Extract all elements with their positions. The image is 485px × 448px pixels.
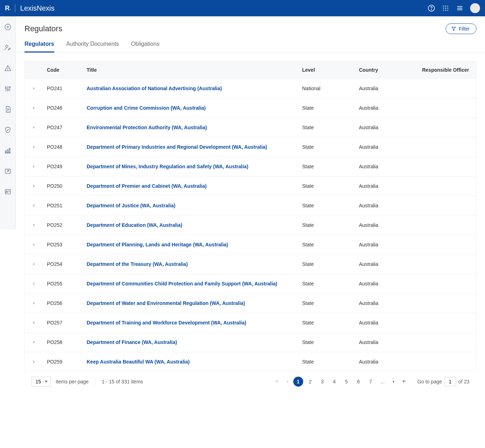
cell-country: Australia [359,339,416,345]
svg-point-17 [6,45,8,47]
logo-separator [15,4,15,12]
svg-point-23 [7,89,9,91]
expand-row-icon[interactable] [32,320,36,326]
brand-name: LexisNexis [20,4,55,12]
col-header-country[interactable]: Country [359,67,416,73]
cell-title-link[interactable]: Australian Association of National Adver… [87,86,302,91]
pager-page-4[interactable]: 4 [329,377,339,387]
goto-page-input[interactable] [444,377,456,386]
col-header-officer[interactable]: Responsible Officer [416,67,469,73]
cell-country: Australia [359,105,416,111]
svg-point-1 [431,10,431,10]
expand-row-icon[interactable] [32,261,36,267]
menu-icon[interactable] [456,4,464,12]
cell-level: State [302,125,359,130]
expand-row-icon[interactable] [32,222,36,228]
table-row: PO255Department of Communities Child Pro… [25,274,476,293]
cell-country: Australia [359,242,416,247]
tab-authority-documents[interactable]: Authority Documents [66,37,119,53]
cell-level: State [302,203,359,208]
cell-level: State [302,105,359,111]
cell-level: State [302,320,359,326]
cell-level: State [302,359,359,365]
table-row: PO246Corruption and Crime Commission (WA… [25,98,476,118]
bar-chart-icon[interactable] [4,146,12,155]
pager-first-icon[interactable] [273,379,281,384]
pager-prev-icon[interactable] [283,379,291,384]
export-icon[interactable] [4,167,12,175]
cell-country: Australia [359,359,416,365]
sidebar [0,16,16,229]
shield-check-icon[interactable] [4,126,12,134]
cell-title-link[interactable]: Department of Communities Child Protecti… [87,281,302,286]
add-icon[interactable] [4,23,12,31]
expand-row-icon[interactable] [32,339,36,345]
col-header-level[interactable]: Level [302,67,359,73]
cell-title-link[interactable]: Department of Mines, Industry Regulation… [87,164,302,169]
id-card-icon[interactable] [4,187,12,196]
expand-row-icon[interactable] [32,203,36,208]
cell-code: PO257 [47,320,87,326]
cell-title-link[interactable]: Keep Australia Beautiful WA (WA, Austral… [87,359,302,365]
expand-row-icon[interactable] [32,183,36,189]
table-header-row: Code Title Level Country Responsible Off… [25,61,476,78]
expand-row-icon[interactable] [32,86,36,91]
expand-row-icon[interactable] [32,144,36,150]
user-edit-icon[interactable] [4,43,12,52]
pager-ellipsis: ... [378,377,388,387]
paginator: 15 items per page 1 - 15 of 331 items 12… [24,372,476,392]
cell-title-link[interactable]: Department of Premier and Cabinet (WA, A… [87,183,302,189]
cell-title-link[interactable]: Department of Finance (WA, Australia) [87,339,302,345]
cell-title-link[interactable]: Department of the Treasury (WA, Australi… [87,261,302,267]
pager-page-5[interactable]: 5 [342,377,352,387]
help-icon[interactable] [427,4,435,12]
pager-last-icon[interactable] [400,379,408,384]
pager-page-3[interactable]: 3 [317,377,327,387]
cell-title-link[interactable]: Department of Water and Environmental Re… [87,300,302,306]
tab-regulators[interactable]: Regulators [24,37,54,53]
cell-code: PO254 [47,261,87,267]
pager-page-7[interactable]: 7 [366,377,376,387]
svg-rect-31 [9,148,10,153]
svg-point-4 [447,6,448,7]
cell-code: PO256 [47,300,87,306]
cell-title-link[interactable]: Department of Training and Workforce Dev… [87,320,302,326]
cell-title-link[interactable]: Department of Primary Industries and Reg… [87,144,302,150]
svg-point-35 [6,191,7,192]
col-header-title[interactable]: Title [87,67,302,73]
alert-triangle-icon[interactable] [4,64,12,72]
pager-page-2[interactable]: 2 [305,377,315,387]
cell-level: National [302,86,359,91]
filter-button[interactable]: Filter [446,23,476,34]
pager-next-icon[interactable] [390,379,398,384]
pager-page-6[interactable]: 6 [354,377,364,387]
expand-row-icon[interactable] [32,125,36,130]
avatar[interactable] [470,3,480,13]
cell-title-link[interactable]: Department of Justice (WA, Australia) [87,203,302,208]
cell-title-link[interactable]: Environmental Protection Authority (WA, … [87,125,302,130]
expand-row-icon[interactable] [32,242,36,247]
table-row: PO248Department of Primary Industries an… [25,137,476,157]
svg-point-7 [447,8,448,9]
expand-row-icon[interactable] [32,281,36,286]
expand-row-icon[interactable] [32,300,36,306]
cell-title-link[interactable]: Department of Planning, Lands and Herita… [87,242,302,247]
apps-grid-icon[interactable] [442,4,449,12]
expand-row-icon[interactable] [32,164,36,169]
cell-title-link[interactable]: Department of Education (WA, Australia) [87,222,302,228]
document-icon[interactable] [4,105,12,114]
tab-obligations[interactable]: Obligations [131,37,159,53]
col-header-code[interactable]: Code [47,67,87,73]
tabs: RegulatorsAuthority DocumentsObligations [16,37,485,53]
sliders-icon[interactable] [4,84,12,93]
cell-country: Australia [359,203,416,208]
pager-page-1[interactable]: 1 [293,377,303,387]
cell-title-link[interactable]: Corruption and Crime Commission (WA, Aus… [87,105,302,111]
cell-code: PO253 [47,242,87,247]
cell-country: Australia [359,222,416,228]
expand-row-icon[interactable] [32,359,36,365]
page-size-select[interactable]: 15 [32,377,51,387]
expand-row-icon[interactable] [32,105,36,111]
regulators-table: Code Title Level Country Responsible Off… [24,61,476,372]
top-bar: R LexisNexis [0,0,485,16]
